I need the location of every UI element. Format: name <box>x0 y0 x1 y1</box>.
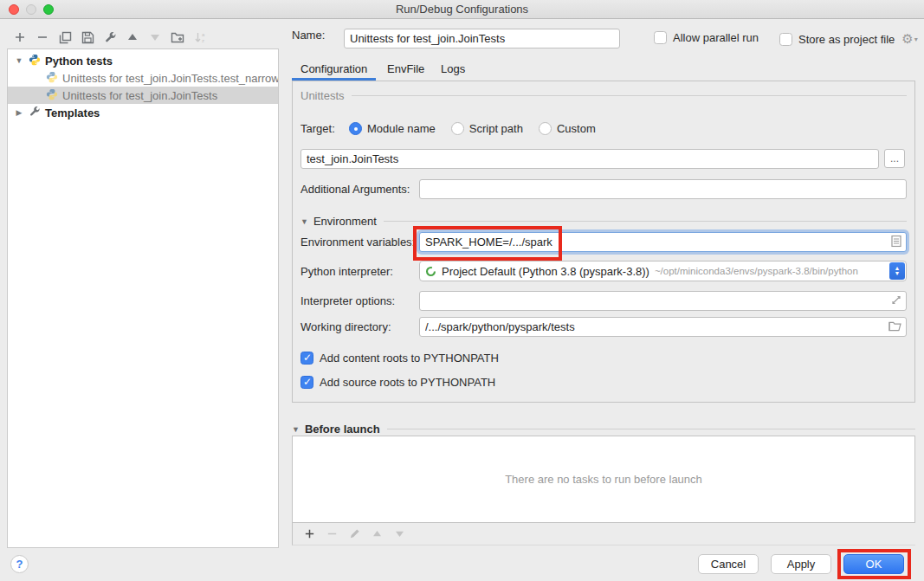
folder-plus-icon <box>171 31 184 43</box>
tree-node-unittest-narrow[interactable]: Unittests for test_join.JoinTests.test_n… <box>8 69 278 87</box>
radio-module-name[interactable] <box>349 122 362 135</box>
allow-parallel-run-label: Allow parallel run <box>673 31 759 44</box>
additional-arguments-input[interactable] <box>419 179 907 199</box>
move-up-button[interactable] <box>121 28 144 47</box>
tab-logs[interactable]: Logs <box>441 59 465 78</box>
minus-icon <box>326 528 338 539</box>
interpreter-options-label: Interpreter options: <box>300 294 419 307</box>
copy-configuration-button[interactable] <box>54 28 76 47</box>
store-as-project-file-label: Store as project file <box>798 33 895 46</box>
group-divider <box>352 95 907 96</box>
select-spinner-icon[interactable]: ▲▼ <box>889 262 905 280</box>
move-down-button[interactable] <box>144 28 166 47</box>
wrench-icon <box>104 31 117 44</box>
plus-icon <box>304 528 315 539</box>
before-launch-task-list[interactable]: There are no tasks to run before launch <box>292 436 915 523</box>
radio-module-name-label: Module name <box>367 122 436 135</box>
tree-node-label: Unittests for test_join.JoinTests <box>62 89 217 102</box>
wrench-icon <box>29 106 41 120</box>
ok-button[interactable]: OK <box>843 554 904 574</box>
checkbox-checked-icon[interactable] <box>300 376 313 389</box>
interpreter-path: ~/opt/miniconda3/envs/pyspark-3.8/bin/py… <box>655 266 858 276</box>
environment-section-title: Environment <box>313 215 377 228</box>
tab-envfile[interactable]: EnvFile <box>387 59 424 78</box>
cancel-button[interactable]: Cancel <box>698 554 759 574</box>
svg-text:a: a <box>202 32 205 37</box>
browse-module-button[interactable]: ... <box>884 149 905 168</box>
copy-icon <box>59 31 72 44</box>
remove-task-button[interactable] <box>320 525 343 544</box>
checkbox-unchecked-icon[interactable] <box>654 31 667 44</box>
name-label: Name: <box>292 29 325 42</box>
python-interpreter-select[interactable]: Project Default (Python 3.8 (pyspark-3.8… <box>419 261 907 281</box>
name-input[interactable] <box>344 29 620 48</box>
python-test-icon <box>46 71 58 86</box>
unittests-group-title: Unittests <box>300 89 345 102</box>
tree-node-templates[interactable]: ▶ Templates <box>8 104 278 121</box>
expand-field-icon[interactable] <box>891 294 901 307</box>
help-button[interactable]: ? <box>10 555 29 573</box>
move-task-down-button[interactable] <box>388 525 410 544</box>
radio-custom-label: Custom <box>557 122 596 135</box>
working-directory-input[interactable] <box>419 317 907 337</box>
module-name-input[interactable] <box>300 149 879 169</box>
configurations-toolbar: az <box>9 27 211 48</box>
apply-button[interactable]: Apply <box>771 554 831 574</box>
interpreter-options-input[interactable] <box>419 291 907 311</box>
save-configuration-button[interactable] <box>76 28 99 47</box>
add-task-button[interactable] <box>298 525 320 544</box>
add-source-roots-label: Add source roots to PYTHONPATH <box>320 376 495 389</box>
plus-icon <box>14 31 26 43</box>
add-source-roots-checkbox[interactable]: Add source roots to PYTHONPATH <box>300 376 495 389</box>
store-as-project-file-checkbox[interactable]: Store as project file ⚙▾ <box>779 31 918 47</box>
section-divider <box>384 221 907 222</box>
python-test-icon <box>46 88 58 103</box>
interpreter-value: Project Default (Python 3.8 (pyspark-3.8… <box>442 265 649 278</box>
sort-configurations-button[interactable]: az <box>189 28 211 47</box>
additional-arguments-label: Additional Arguments: <box>300 183 419 196</box>
collapse-triangle-icon[interactable]: ▼ <box>292 425 300 434</box>
edit-variables-icon[interactable] <box>891 235 901 249</box>
arrow-up-icon <box>372 530 382 538</box>
radio-script-path-label: Script path <box>469 122 523 135</box>
collapse-triangle-icon[interactable]: ▼ <box>300 217 308 226</box>
checkbox-checked-icon[interactable] <box>300 352 313 365</box>
configurations-tree: ▼ Python tests Unittests for test_join.J… <box>7 48 279 548</box>
edit-templates-button[interactable] <box>99 28 121 47</box>
window-titlebar: Run/Debug Configurations <box>0 0 924 19</box>
add-configuration-button[interactable] <box>9 28 31 47</box>
before-launch-empty-text: There are no tasks to run before launch <box>505 473 702 486</box>
tree-node-unittest-jointests[interactable]: Unittests for test_join.JoinTests <box>8 87 278 104</box>
add-content-roots-label: Add content roots to PYTHONPATH <box>320 352 499 365</box>
target-label: Target: <box>300 122 332 135</box>
window-title: Run/Debug Configurations <box>0 3 924 16</box>
section-divider <box>387 429 915 429</box>
save-icon <box>81 31 94 44</box>
checkbox-unchecked-icon[interactable] <box>779 33 792 46</box>
radio-custom[interactable] <box>539 122 552 135</box>
chevron-down-icon[interactable]: ▼ <box>15 56 23 65</box>
environment-variables-label: Environment variables: <box>300 236 419 249</box>
add-content-roots-checkbox[interactable]: Add content roots to PYTHONPATH <box>300 352 499 365</box>
radio-script-path[interactable] <box>451 122 464 135</box>
edit-task-button[interactable] <box>343 525 365 544</box>
python-icon <box>29 54 41 68</box>
move-task-up-button[interactable] <box>365 525 388 544</box>
create-folder-button[interactable] <box>166 28 189 47</box>
arrow-up-icon <box>127 33 138 42</box>
sort-az-icon: az <box>194 31 207 44</box>
working-directory-label: Working directory: <box>300 320 419 333</box>
before-launch-toolbar <box>292 523 915 545</box>
allow-parallel-run-checkbox[interactable]: Allow parallel run <box>654 31 759 44</box>
folder-icon[interactable] <box>888 320 901 333</box>
environment-variables-input[interactable] <box>419 232 907 252</box>
conda-env-icon <box>425 266 436 277</box>
remove-configuration-button[interactable] <box>31 28 54 47</box>
chevron-right-icon[interactable]: ▶ <box>15 108 23 117</box>
tree-node-python-tests[interactable]: ▼ Python tests <box>8 52 278 69</box>
arrow-down-icon <box>395 530 404 538</box>
before-launch-title: Before launch <box>305 423 380 436</box>
caret-down-icon: ▾ <box>914 36 918 43</box>
gear-icon[interactable]: ⚙ <box>901 31 913 47</box>
tab-configuration[interactable]: Configuration <box>300 59 367 78</box>
